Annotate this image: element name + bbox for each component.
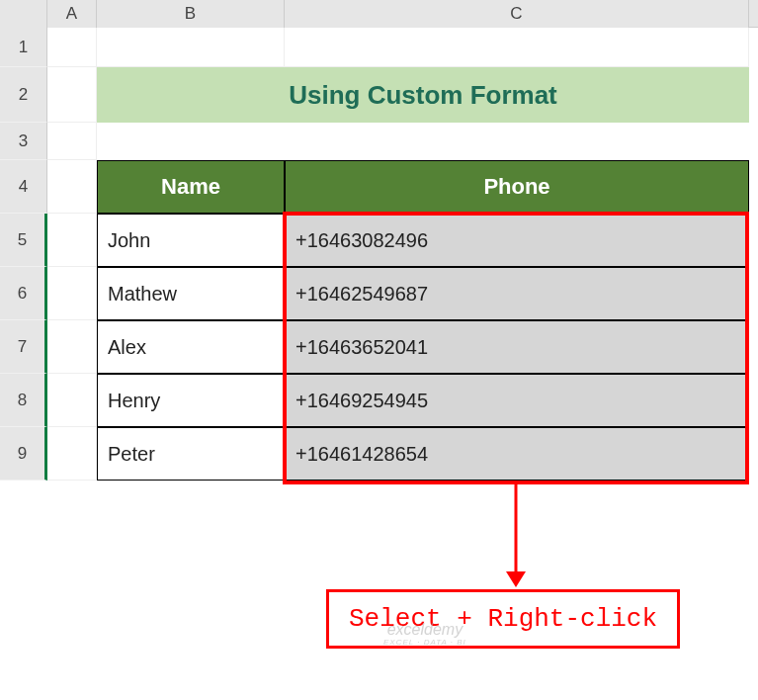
watermark: exceldemy EXCEL · DATA · BI [383,621,466,647]
row-header-column: 1 2 3 4 5 6 7 8 9 [0,28,47,481]
watermark-line1: exceldemy [383,621,466,639]
annotation-arrow [515,484,518,573]
cell-a3[interactable] [47,123,97,160]
cell-a4[interactable] [47,160,97,214]
cell-a9[interactable] [47,427,97,481]
table-row: Alex +16463652041 [47,320,758,374]
cell-phone[interactable]: +16463082496 [285,214,749,267]
cell-c1[interactable] [285,28,749,67]
row-header-5[interactable]: 5 [0,214,47,267]
table-row: Peter +16461428654 [47,427,758,481]
table-row: John +16463082496 [47,214,758,267]
cell-a2[interactable] [47,67,97,123]
col-header-b[interactable]: B [97,0,285,28]
table-header-name[interactable]: Name [97,160,285,214]
spreadsheet-grid: A B C 1 2 3 4 5 6 7 8 9 Using Custom For… [0,0,758,700]
col-header-c[interactable]: C [285,0,749,28]
cell-name[interactable]: Henry [97,374,285,427]
cell-a1[interactable] [47,28,97,67]
annotation-arrow-head [506,571,526,587]
row-header-1[interactable]: 1 [0,28,47,67]
row-header-8[interactable]: 8 [0,374,47,427]
cell-b3[interactable] [97,123,285,160]
cell-name[interactable]: Mathew [97,267,285,320]
cell-phone[interactable]: +16463652041 [285,320,749,374]
cell-name[interactable]: Peter [97,427,285,481]
row-header-9[interactable]: 9 [0,427,47,481]
annotation-callout: Select + Right-click [326,589,680,649]
cell-a5[interactable] [47,214,97,267]
cell-b1[interactable] [97,28,285,67]
table-row: Mathew +16462549687 [47,267,758,320]
cell-phone[interactable]: +16462549687 [285,267,749,320]
table-header-phone[interactable]: Phone [285,160,749,214]
table-row: Henry +16469254945 [47,374,758,427]
row-header-6[interactable]: 6 [0,267,47,320]
cell-a8[interactable] [47,374,97,427]
row-header-4[interactable]: 4 [0,160,47,214]
row-header-2[interactable]: 2 [0,67,47,123]
cell-a6[interactable] [47,267,97,320]
col-header-a[interactable]: A [47,0,97,28]
cell-phone[interactable]: +16461428654 [285,427,749,481]
cell-a7[interactable] [47,320,97,374]
cell-phone[interactable]: +16469254945 [285,374,749,427]
cell-name[interactable]: Alex [97,320,285,374]
column-header-row: A B C [0,0,758,28]
select-all-corner[interactable] [0,0,47,28]
watermark-line2: EXCEL · DATA · BI [383,639,466,648]
row-header-7[interactable]: 7 [0,320,47,374]
row-header-3[interactable]: 3 [0,123,47,160]
cell-c3[interactable] [285,123,749,160]
title-cell[interactable]: Using Custom Format [97,67,749,123]
cell-name[interactable]: John [97,214,285,267]
